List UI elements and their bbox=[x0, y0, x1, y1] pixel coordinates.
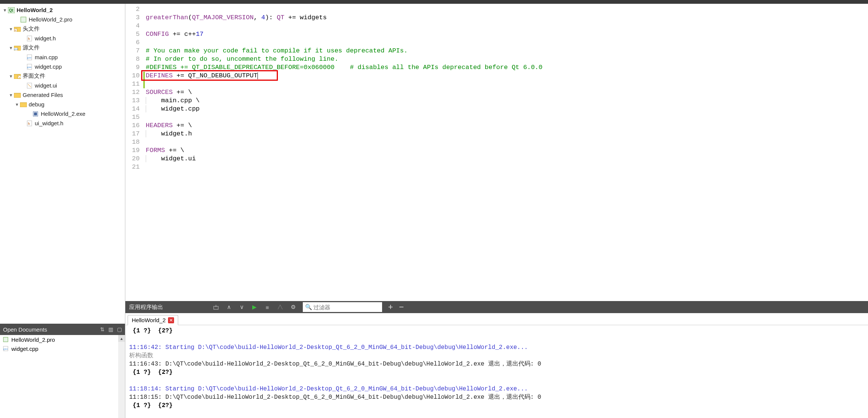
folder-ui-icon bbox=[14, 73, 21, 80]
pro-file-icon bbox=[3, 337, 10, 342]
svg-rect-26 bbox=[3, 337, 8, 342]
open-doc-item[interactable]: HelloWorld_2.pro bbox=[0, 335, 125, 344]
code-line[interactable]: greaterThan(QT_MAJOR_VERSION, 4): QT += … bbox=[146, 14, 868, 22]
qt-project-icon: Qt bbox=[8, 7, 15, 14]
code-line[interactable] bbox=[146, 38, 868, 47]
line-number: 6 bbox=[125, 38, 140, 47]
code-line[interactable] bbox=[146, 5, 868, 14]
svg-text:Qt: Qt bbox=[9, 8, 14, 12]
code-editor[interactable]: 23456789101112131415161718192021 greater… bbox=[125, 4, 868, 301]
up-arrow-icon[interactable]: ∧ bbox=[224, 303, 234, 312]
tree-generated-folder[interactable]: ▼ Generated Files bbox=[0, 90, 125, 100]
code-line[interactable]: HEADERS += \ bbox=[146, 121, 868, 130]
stop-icon[interactable]: ■ bbox=[262, 303, 273, 312]
code-line[interactable]: widget.h bbox=[146, 130, 868, 138]
open-documents-title: Open Documents bbox=[3, 326, 47, 333]
output-console[interactable]: {1 ?} {2?} 11:16:42: Starting D:\QT\code… bbox=[125, 325, 868, 418]
doc-label: widget.cpp bbox=[11, 346, 39, 352]
svg-rect-23 bbox=[34, 112, 37, 115]
scrollbar[interactable] bbox=[118, 335, 125, 418]
step-icon[interactable] bbox=[275, 303, 285, 312]
tree-label: 源文件 bbox=[23, 44, 40, 51]
zoom-out-icon[interactable]: − bbox=[399, 302, 404, 312]
svg-rect-16 bbox=[18, 75, 21, 78]
sort-icon[interactable]: ⇅ bbox=[100, 326, 105, 332]
code-line[interactable]: widget.cpp bbox=[146, 105, 868, 113]
tree-pro-file[interactable]: HelloWorld_2.pro bbox=[0, 15, 125, 24]
code-line[interactable] bbox=[146, 113, 868, 121]
code-content[interactable]: greaterThan(QT_MAJOR_VERSION, 4): QT += … bbox=[143, 4, 868, 301]
line-number: 8 bbox=[125, 55, 140, 63]
code-line[interactable]: main.cpp \ bbox=[146, 97, 868, 105]
output-line bbox=[129, 335, 864, 343]
code-line[interactable] bbox=[146, 138, 868, 146]
run-icon[interactable]: ▶ bbox=[249, 303, 260, 312]
open-doc-item[interactable]: c++ widget.cpp bbox=[0, 344, 125, 353]
tree-sources-folder[interactable]: ▼ c++ 源文件 bbox=[0, 43, 125, 52]
chevron-down-icon[interactable]: ▼ bbox=[8, 27, 14, 31]
svg-text:h: h bbox=[28, 37, 30, 41]
zoom-in-icon[interactable]: + bbox=[388, 302, 393, 312]
tree-debug-folder[interactable]: ▼ debug bbox=[0, 100, 125, 109]
tree-project-root[interactable]: ▼ Qt HelloWorld_2 bbox=[0, 5, 125, 15]
gear-icon[interactable]: ⚙ bbox=[288, 303, 298, 312]
ui-file-icon bbox=[26, 82, 33, 89]
project-tree[interactable]: ▼ Qt HelloWorld_2 HelloWorld_2.pro ▼ h 头… bbox=[0, 4, 125, 324]
output-line: {1 ?} {2?} bbox=[129, 327, 864, 335]
line-number: 20 bbox=[125, 155, 140, 163]
code-line[interactable]: SOURCES += \ bbox=[146, 88, 868, 97]
chevron-down-icon[interactable]: ▼ bbox=[8, 74, 14, 78]
tree-label: 头文件 bbox=[23, 25, 40, 32]
tree-forms-folder[interactable]: ▼ 界面文件 bbox=[0, 71, 125, 81]
code-line[interactable]: DEFINES += QT_NO_DEBUG_OUTPUT bbox=[143, 72, 868, 80]
left-panel: ▼ Qt HelloWorld_2 HelloWorld_2.pro ▼ h 头… bbox=[0, 4, 125, 418]
attach-icon[interactable] bbox=[211, 303, 221, 312]
line-number: 14 bbox=[125, 105, 140, 113]
doc-label: HelloWorld_2.pro bbox=[11, 337, 55, 343]
tree-file-widget-ui[interactable]: widget.ui bbox=[0, 81, 125, 90]
chevron-down-icon[interactable]: ▼ bbox=[8, 93, 14, 97]
output-tab-label: HelloWorld_2 bbox=[132, 317, 166, 323]
code-line[interactable]: #DEFINES += QT_DISABLE_DEPRECATED_BEFORE… bbox=[146, 63, 868, 72]
code-line[interactable] bbox=[146, 22, 868, 30]
tree-headers-folder[interactable]: ▼ h 头文件 bbox=[0, 24, 125, 34]
code-line[interactable]: widget.ui bbox=[146, 155, 868, 163]
output-toolbar: 应用程序输出 ∧ ∨ ▶ ■ ⚙ 🔍 + − bbox=[125, 301, 868, 313]
tree-file-exe[interactable]: HelloWorld_2.exe bbox=[0, 109, 125, 118]
filter-input[interactable] bbox=[303, 302, 382, 312]
code-line[interactable] bbox=[146, 163, 868, 171]
code-line[interactable]: CONFIG += c++17 bbox=[146, 30, 868, 38]
line-number: 11 bbox=[125, 80, 140, 88]
close-tab-icon[interactable]: ✕ bbox=[168, 317, 174, 323]
chevron-down-icon[interactable]: ▼ bbox=[8, 46, 14, 50]
line-number: 18 bbox=[125, 138, 140, 146]
code-line[interactable]: # In order to do so, uncomment the follo… bbox=[146, 55, 868, 63]
pro-file-icon bbox=[20, 16, 27, 23]
scroll-up-icon[interactable]: ▲ bbox=[118, 335, 125, 342]
folder-h-icon: h bbox=[14, 26, 21, 32]
open-documents-list[interactable]: HelloWorld_2.pro c++ widget.cpp ▲ bbox=[0, 335, 125, 418]
chevron-down-icon[interactable]: ▼ bbox=[14, 102, 20, 107]
tree-file-main-cpp[interactable]: c++ main.cpp bbox=[0, 52, 125, 62]
code-line[interactable]: FORMS += \ bbox=[146, 146, 868, 155]
tree-file-widget-cpp[interactable]: c++ widget.cpp bbox=[0, 62, 125, 71]
tree-label: 界面文件 bbox=[23, 72, 45, 80]
chevron-down-icon[interactable]: ▼ bbox=[2, 8, 8, 12]
code-line[interactable] bbox=[143, 80, 868, 88]
tree-label: widget.h bbox=[35, 35, 56, 41]
output-line: 11:16:43: D:\QT\code\build-HelloWorld_2-… bbox=[129, 360, 864, 368]
output-line: 11:16:42: Starting D:\QT\code\build-Hell… bbox=[129, 343, 864, 352]
close-panel-icon[interactable]: ▢ bbox=[117, 326, 122, 332]
tree-label: HelloWorld_2 bbox=[17, 7, 53, 13]
cpp-file-icon: c++ bbox=[26, 54, 33, 61]
tree-file-widget-h[interactable]: h widget.h bbox=[0, 34, 125, 43]
output-tab[interactable]: HelloWorld_2 ✕ bbox=[128, 315, 178, 325]
output-line: 析构函数 bbox=[129, 352, 864, 360]
svg-text:h: h bbox=[14, 29, 16, 32]
line-number: 4 bbox=[125, 22, 140, 30]
down-arrow-icon[interactable]: ∨ bbox=[236, 303, 247, 312]
tree-file-ui-widget-h[interactable]: h ui_widget.h bbox=[0, 118, 125, 128]
output-line: {1 ?} {2?} bbox=[129, 368, 864, 377]
split-icon[interactable]: ▥ bbox=[108, 326, 113, 332]
code-line[interactable]: # You can make your code fail to compile… bbox=[146, 47, 868, 55]
